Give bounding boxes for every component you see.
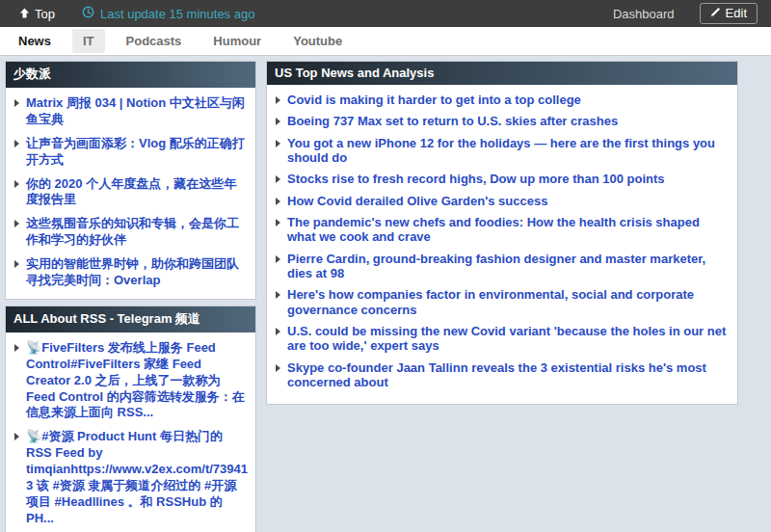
top-bar: Top Last update 15 minutes ago Dashboard… [0,0,771,27]
feed-item-link[interactable]: Skype co-founder Jaan Tallinn reveals th… [287,360,730,390]
feed-item: Stocks rise to fresh record highs, Dow u… [271,172,730,186]
feed-item-link[interactable]: You got a new iPhone 12 for the holidays… [287,136,730,166]
arrow-up-icon [19,7,30,21]
feed-item: U.S. could be missing the new Covid vari… [271,324,730,354]
category-tab-bar: News IT Podcasts Humour Youtube [0,27,771,56]
edit-button-label: Edit [726,6,747,20]
tab-youtube[interactable]: Youtube [282,29,353,53]
scroll-to-top-button[interactable]: Top [19,7,55,21]
panel-usnews-list: Covid is making it harder to get into a … [267,85,737,404]
feed-item: You got a new iPhone 12 for the holidays… [271,136,730,166]
clock-icon [82,6,94,21]
feed-item: How Covid derailed Olive Garden's succes… [271,194,730,208]
panel-allaboutrss: ALL About RSS - Telegram 频道 📡FiveFilters… [5,306,256,532]
tab-it[interactable]: IT [72,29,105,53]
last-update-status[interactable]: Last update 15 minutes ago [82,6,254,21]
panel-allaboutrss-title: ALL About RSS - Telegram 频道 [6,306,255,332]
feed-item-link[interactable]: U.S. could be missing the new Covid vari… [287,324,730,354]
panel-usnews: US Top News and Analysis Covid is making… [266,61,738,405]
panel-sspai: 少数派 Matrix 周报 034 | Notion 中文社区与闲鱼宝典 让声音… [5,61,256,300]
feed-item-link[interactable]: Stocks rise to fresh record highs, Dow u… [287,172,730,186]
feed-item: 这些氛围音乐的知识和专辑，会是你工作和学习的好伙伴 [10,216,248,249]
feed-item-link[interactable]: 📡#资源 Product Hunt 每日热门的 RSS Feed by timq… [26,429,248,526]
feed-item-link[interactable]: Matrix 周报 034 | Notion 中文社区与闲鱼宝典 [26,95,248,128]
feed-item: Covid is making it harder to get into a … [271,93,730,107]
edit-button[interactable]: Edit [700,3,758,24]
dashboard-content: 少数派 Matrix 周报 034 | Notion 中文社区与闲鱼宝典 让声音… [0,56,771,532]
feed-item-link[interactable]: 这些氛围音乐的知识和专辑，会是你工作和学习的好伙伴 [26,216,248,249]
panel-usnews-title: US Top News and Analysis [267,62,737,85]
feed-item: Here's how companies factor in environme… [271,287,730,317]
dashboard-link[interactable]: Dashboard [613,7,675,21]
tab-podcasts[interactable]: Podcasts [116,29,193,53]
feed-item-link[interactable]: 实用的智能世界时钟，助你和跨国团队寻找完美时间：Overlap [26,256,248,289]
feed-item: Boeing 737 Max set to return to U.S. ski… [271,114,730,128]
last-update-text: Last update 15 minutes ago [100,7,254,21]
feed-item-link[interactable]: The pandemic's new chefs and foodies: Ho… [287,215,730,245]
feed-item: 📡FiveFilters 发布线上服务 Feed Control#FiveFil… [10,340,248,421]
right-column: US Top News and Analysis Covid is making… [266,61,738,405]
feed-item: Pierre Cardin, ground-breaking fashion d… [271,252,730,281]
left-column: 少数派 Matrix 周报 034 | Notion 中文社区与闲鱼宝典 让声音… [5,61,256,532]
feed-item: 你的 2020 个人年度盘点，藏在这些年度报告里 [10,176,248,209]
panel-sspai-list: Matrix 周报 034 | Notion 中文社区与闲鱼宝典 让声音为画面添… [6,88,255,299]
feed-item: Skype co-founder Jaan Tallinn reveals th… [271,360,730,390]
feed-item: The pandemic's new chefs and foodies: Ho… [271,215,730,245]
feed-item: 实用的智能世界时钟，助你和跨国团队寻找完美时间：Overlap [10,256,248,289]
feed-item-link[interactable]: 📡FiveFilters 发布线上服务 Feed Control#FiveFil… [26,340,248,421]
feed-item: 📡#资源 Product Hunt 每日热门的 RSS Feed by timq… [10,429,248,526]
tab-news[interactable]: News [8,29,62,53]
feed-item-link[interactable]: 让声音为画面添彩：Vlog 配乐的正确打开方式 [26,136,248,169]
feed-item-link[interactable]: Covid is making it harder to get into a … [287,93,730,107]
feed-item: Matrix 周报 034 | Notion 中文社区与闲鱼宝典 [10,95,248,128]
feed-item-link[interactable]: Boeing 737 Max set to return to U.S. ski… [287,114,730,128]
panel-allaboutrss-list: 📡FiveFilters 发布线上服务 Feed Control#FiveFil… [6,332,255,532]
feed-item: 让声音为画面添彩：Vlog 配乐的正确打开方式 [10,136,248,169]
panel-sspai-title: 少数派 [6,62,255,88]
feed-item-link[interactable]: Here's how companies factor in environme… [287,287,730,317]
pencil-icon [710,7,721,20]
feed-item-link[interactable]: How Covid derailed Olive Garden's succes… [287,194,730,208]
tab-humour[interactable]: Humour [202,29,272,53]
top-label: Top [35,7,55,21]
feed-item-link[interactable]: Pierre Cardin, ground-breaking fashion d… [287,252,730,281]
feed-item-link[interactable]: 你的 2020 个人年度盘点，藏在这些年度报告里 [26,176,248,209]
